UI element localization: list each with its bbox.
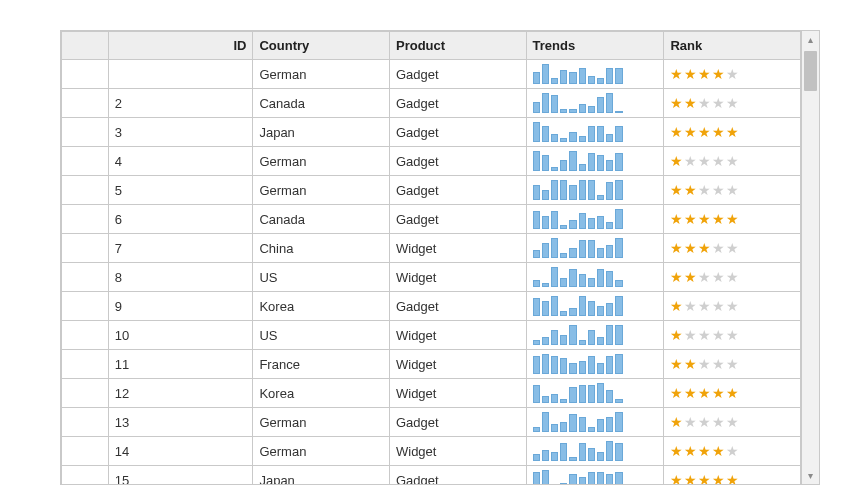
row-header[interactable] — [62, 147, 109, 176]
cell-rank[interactable]: ★★★★★ — [664, 176, 801, 205]
cell-id[interactable]: 14 — [108, 437, 253, 466]
cell-product[interactable]: Widget — [389, 350, 526, 379]
cell-rank[interactable]: ★★★★★ — [664, 321, 801, 350]
cell-id[interactable]: 8 — [108, 263, 253, 292]
cell-id[interactable]: 9 — [108, 292, 253, 321]
scroll-down-button[interactable]: ▾ — [802, 467, 819, 484]
cell-trends[interactable] — [526, 350, 664, 379]
cell-trends[interactable] — [526, 263, 664, 292]
cell-id[interactable]: 3 — [108, 118, 253, 147]
table-row[interactable]: 10USWidget★★★★★ — [62, 321, 801, 350]
row-header[interactable] — [62, 234, 109, 263]
table-row[interactable]: 12KoreaWidget★★★★★ — [62, 379, 801, 408]
cell-trends[interactable] — [526, 205, 664, 234]
cell-country[interactable]: German — [253, 408, 390, 437]
table-row[interactable]: 11FranceWidget★★★★★ — [62, 350, 801, 379]
cell-country[interactable]: Japan — [253, 118, 390, 147]
column-header-id[interactable]: ID — [108, 32, 253, 60]
row-header[interactable] — [62, 379, 109, 408]
table-row[interactable]: 14GermanWidget★★★★★ — [62, 437, 801, 466]
row-header[interactable] — [62, 205, 109, 234]
cell-product[interactable]: Widget — [389, 234, 526, 263]
cell-trends[interactable] — [526, 118, 664, 147]
cell-product[interactable]: Gadget — [389, 408, 526, 437]
scroll-thumb[interactable] — [804, 51, 817, 91]
column-header-trends[interactable]: Trends — [526, 32, 664, 60]
vertical-scrollbar[interactable]: ▴ ▾ — [801, 31, 819, 484]
cell-trends[interactable] — [526, 60, 664, 89]
row-header[interactable] — [62, 321, 109, 350]
cell-rank[interactable]: ★★★★★ — [664, 292, 801, 321]
cell-rank[interactable]: ★★★★★ — [664, 234, 801, 263]
table-row[interactable]: 7ChinaWidget★★★★★ — [62, 234, 801, 263]
cell-id[interactable]: 5 — [108, 176, 253, 205]
table-row[interactable]: 4GermanGadget★★★★★ — [62, 147, 801, 176]
cell-country[interactable]: US — [253, 263, 390, 292]
scroll-up-button[interactable]: ▴ — [802, 31, 819, 48]
cell-product[interactable]: Gadget — [389, 118, 526, 147]
cell-id[interactable]: 6 — [108, 205, 253, 234]
cell-id[interactable]: 10 — [108, 321, 253, 350]
cell-trends[interactable] — [526, 466, 664, 485]
cell-id[interactable]: 11 — [108, 350, 253, 379]
cell-id[interactable]: 2 — [108, 89, 253, 118]
cell-product[interactable]: Widget — [389, 379, 526, 408]
cell-rank[interactable]: ★★★★★ — [664, 350, 801, 379]
cell-id[interactable]: 4 — [108, 147, 253, 176]
cell-rank[interactable]: ★★★★★ — [664, 408, 801, 437]
cell-product[interactable]: Gadget — [389, 466, 526, 485]
cell-trends[interactable] — [526, 292, 664, 321]
cell-product[interactable]: Gadget — [389, 205, 526, 234]
cell-rank[interactable]: ★★★★★ — [664, 379, 801, 408]
row-header[interactable] — [62, 176, 109, 205]
cell-rank[interactable]: ★★★★★ — [664, 466, 801, 485]
cell-country[interactable]: France — [253, 350, 390, 379]
cell-product[interactable]: Gadget — [389, 147, 526, 176]
row-header[interactable] — [62, 408, 109, 437]
cell-country[interactable]: Japan — [253, 466, 390, 485]
table-row[interactable]: 8USWidget★★★★★ — [62, 263, 801, 292]
cell-country[interactable]: Canada — [253, 89, 390, 118]
cell-country[interactable]: Canada — [253, 205, 390, 234]
column-header-country[interactable]: Country — [253, 32, 390, 60]
cell-rank[interactable]: ★★★★★ — [664, 437, 801, 466]
table-row[interactable]: 3JapanGadget★★★★★ — [62, 118, 801, 147]
cell-product[interactable]: Gadget — [389, 60, 526, 89]
cell-id[interactable]: 12 — [108, 379, 253, 408]
cell-trends[interactable] — [526, 234, 664, 263]
table-row[interactable]: 1GermanGadget★★★★★ — [62, 60, 801, 89]
cell-country[interactable]: German — [253, 60, 390, 89]
table-row[interactable]: 2CanadaGadget★★★★★ — [62, 89, 801, 118]
cell-country[interactable]: German — [253, 147, 390, 176]
column-header-rank[interactable]: Rank — [664, 32, 801, 60]
cell-rank[interactable]: ★★★★★ — [664, 263, 801, 292]
cell-product[interactable]: Gadget — [389, 89, 526, 118]
cell-rank[interactable]: ★★★★★ — [664, 89, 801, 118]
cell-country[interactable]: China — [253, 234, 390, 263]
datagrid[interactable]: ID Country Product Trends Rank 1GermanGa… — [61, 31, 801, 484]
cell-trends[interactable] — [526, 437, 664, 466]
row-header[interactable] — [62, 466, 109, 485]
row-header[interactable] — [62, 89, 109, 118]
cell-product[interactable]: Gadget — [389, 292, 526, 321]
cell-rank[interactable]: ★★★★★ — [664, 205, 801, 234]
cell-product[interactable]: Gadget — [389, 176, 526, 205]
row-header[interactable] — [62, 60, 109, 89]
column-header-product[interactable]: Product — [389, 32, 526, 60]
table-row[interactable]: 9KoreaGadget★★★★★ — [62, 292, 801, 321]
row-header[interactable] — [62, 263, 109, 292]
cell-trends[interactable] — [526, 147, 664, 176]
cell-country[interactable]: German — [253, 437, 390, 466]
cell-country[interactable]: Korea — [253, 292, 390, 321]
cell-product[interactable]: Widget — [389, 437, 526, 466]
cell-trends[interactable] — [526, 89, 664, 118]
cell-id[interactable]: 13 — [108, 408, 253, 437]
cell-trends[interactable] — [526, 379, 664, 408]
cell-trends[interactable] — [526, 408, 664, 437]
cell-rank[interactable]: ★★★★★ — [664, 118, 801, 147]
row-header[interactable] — [62, 437, 109, 466]
table-row[interactable]: 5GermanGadget★★★★★ — [62, 176, 801, 205]
row-header[interactable] — [62, 118, 109, 147]
table-row[interactable]: 13GermanGadget★★★★★ — [62, 408, 801, 437]
cell-country[interactable]: US — [253, 321, 390, 350]
